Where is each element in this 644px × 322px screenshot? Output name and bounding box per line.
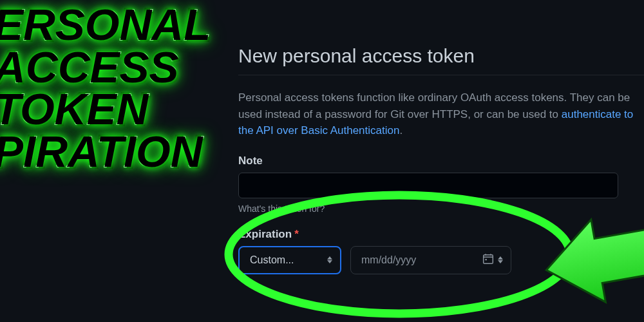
expiration-select-value: Custom... <box>250 254 294 266</box>
expiration-label-text: Expiration <box>238 228 292 240</box>
thumbnail-overlay-text: ERSONAL ACCESS TOKEN PIRATION <box>0 4 211 173</box>
expiration-select[interactable]: Custom... <box>238 246 341 274</box>
expiration-row: Custom... mm/dd/yyyy <box>238 246 644 274</box>
svg-rect-2 <box>486 259 487 260</box>
date-stepper-icon <box>498 256 503 263</box>
required-asterisk: * <box>294 228 299 240</box>
page-title: New personal access token <box>238 45 644 67</box>
date-placeholder: mm/dd/yyyy <box>361 254 476 266</box>
overlay-line: PIRATION <box>0 131 211 173</box>
overlay-line: TOKEN <box>0 88 211 131</box>
note-hint: What's this token for? <box>238 204 644 214</box>
divider <box>238 75 644 75</box>
select-stepper-icon <box>327 256 332 263</box>
token-form: New personal access token Personal acces… <box>238 45 644 274</box>
svg-rect-0 <box>484 254 493 263</box>
overlay-line: ACCESS <box>0 46 211 89</box>
note-label: Note <box>238 155 644 167</box>
overlay-line: ERSONAL <box>0 4 211 46</box>
note-input[interactable] <box>238 173 618 198</box>
expiration-date-input[interactable]: mm/dd/yyyy <box>350 246 511 274</box>
page-description: Personal access tokens function like ord… <box>238 90 644 139</box>
expiration-label: Expiration* <box>238 228 644 241</box>
calendar-icon <box>482 253 494 267</box>
